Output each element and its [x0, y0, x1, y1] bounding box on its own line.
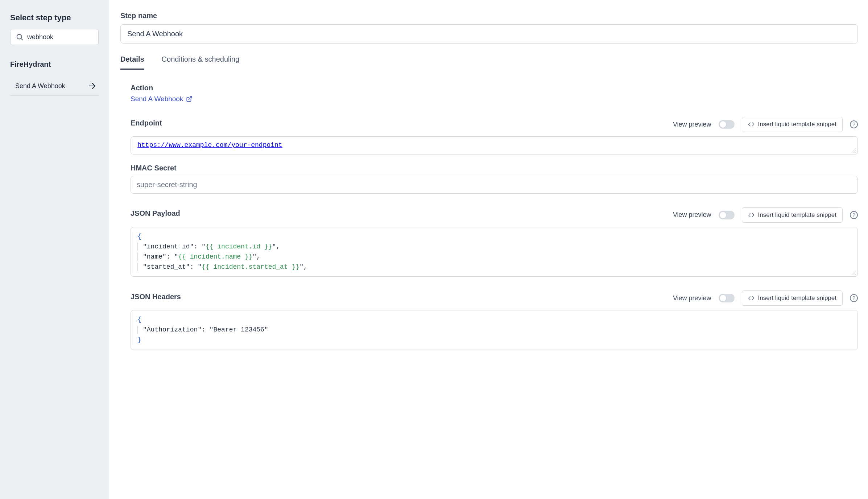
json-headers-insert-snippet-label: Insert liquid template snippet [758, 294, 836, 302]
json-headers-code[interactable]: { "Authorization": "Bearer 123456" } [131, 310, 857, 350]
endpoint-view-preview-toggle[interactable] [719, 120, 735, 129]
hmac-secret-input[interactable] [137, 181, 852, 189]
sidebar-item-send-webhook[interactable]: Send A Webhook [10, 77, 99, 96]
arrow-right-icon [88, 82, 96, 90]
search-input-wrap[interactable] [10, 29, 99, 45]
step-name-input[interactable] [127, 30, 851, 38]
sidebar-title: Select step type [10, 13, 99, 22]
json-payload-view-preview-label: View preview [673, 211, 711, 219]
section-json-payload: JSON Payload View preview Insert liquid … [131, 207, 858, 277]
sidebar-item-label: Send A Webhook [15, 82, 65, 90]
endpoint-input-wrap[interactable]: https://www.example.com/your-endpoint [131, 136, 858, 154]
sidebar-group-title: FireHydrant [10, 60, 99, 69]
endpoint-help-icon[interactable]: ? [850, 120, 858, 128]
step-name-input-wrap[interactable] [120, 24, 858, 44]
json-headers-help-icon[interactable]: ? [850, 294, 858, 302]
search-input[interactable] [27, 33, 93, 41]
endpoint-insert-snippet-button[interactable]: Insert liquid template snippet [742, 117, 843, 132]
endpoint-value-link[interactable]: https://www.example.com/your-endpoint [137, 141, 282, 149]
json-payload-help-icon[interactable]: ? [850, 211, 858, 219]
json-headers-label: JSON Headers [131, 293, 666, 301]
json-headers-editor[interactable]: { "Authorization": "Bearer 123456" } [131, 310, 858, 350]
section-hmac-secret: HMAC Secret [131, 164, 858, 194]
svg-line-3 [189, 96, 192, 99]
action-link-label: Send A Webhook [131, 95, 183, 103]
hmac-label: HMAC Secret [131, 164, 858, 172]
svg-line-1 [21, 38, 22, 40]
code-icon [748, 121, 755, 128]
external-link-icon [186, 96, 193, 102]
endpoint-input[interactable]: https://www.example.com/your-endpoint [131, 137, 857, 154]
code-icon [748, 295, 755, 301]
resize-handle-icon[interactable] [852, 271, 856, 275]
action-link-send-webhook[interactable]: Send A Webhook [131, 95, 193, 103]
endpoint-insert-snippet-label: Insert liquid template snippet [758, 121, 836, 128]
sidebar: Select step type FireHydrant Send A Webh… [0, 0, 109, 499]
section-json-headers: JSON Headers View preview Insert liquid … [131, 290, 858, 350]
json-headers-insert-snippet-button[interactable]: Insert liquid template snippet [742, 290, 843, 306]
resize-handle-icon[interactable] [852, 148, 856, 153]
code-icon [748, 212, 755, 218]
tab-conditions-scheduling[interactable]: Conditions & scheduling [162, 55, 240, 70]
json-payload-code[interactable]: { "incident_id": "{{ incident.id }}", "n… [131, 227, 857, 277]
main-panel: Step name Details Conditions & schedulin… [109, 0, 868, 499]
action-heading: Action [131, 84, 858, 92]
hmac-input-wrap[interactable] [131, 176, 858, 194]
json-headers-view-preview-toggle[interactable] [719, 294, 735, 302]
endpoint-view-preview-label: View preview [673, 121, 711, 128]
json-payload-insert-snippet-label: Insert liquid template snippet [758, 211, 836, 219]
json-payload-insert-snippet-button[interactable]: Insert liquid template snippet [742, 207, 843, 223]
json-payload-label: JSON Payload [131, 209, 666, 218]
tab-details[interactable]: Details [120, 55, 144, 70]
search-icon [16, 33, 24, 41]
endpoint-label: Endpoint [131, 119, 666, 127]
json-payload-editor[interactable]: { "incident_id": "{{ incident.id }}", "n… [131, 227, 858, 277]
tabs: Details Conditions & scheduling [120, 55, 858, 70]
json-headers-view-preview-label: View preview [673, 294, 711, 302]
json-payload-view-preview-toggle[interactable] [719, 211, 735, 219]
section-endpoint: Endpoint View preview Insert liquid temp… [131, 117, 858, 154]
section-action: Action Send A Webhook [131, 84, 858, 103]
step-name-label: Step name [120, 12, 858, 20]
